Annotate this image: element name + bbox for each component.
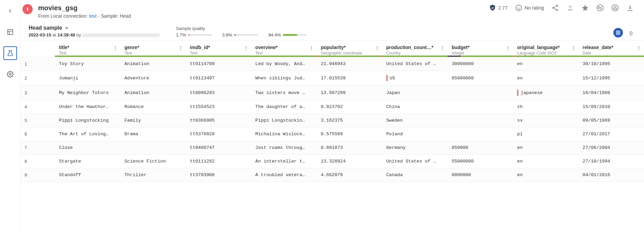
column-menu-icon[interactable]: ⋮	[113, 45, 118, 51]
cell[interactable]: Pippi Longstockin…	[251, 114, 317, 127]
cell[interactable]	[448, 86, 513, 100]
cell[interactable]: My Neighbor Totoro	[55, 86, 120, 100]
flask-icon[interactable]	[611, 4, 619, 12]
cell[interactable]: zh	[513, 100, 578, 114]
cell[interactable]: 13.328924	[317, 155, 382, 168]
cell[interactable]: Family	[120, 114, 186, 127]
cell[interactable]: 850000	[448, 141, 513, 155]
cell[interactable]: Close	[55, 141, 120, 155]
cell[interactable]: 09/05/1969	[579, 114, 644, 127]
user-icon[interactable]	[566, 4, 574, 12]
cell[interactable]: 3.162375	[317, 114, 382, 127]
column-header[interactable]: imdb_id* Text ⋮	[186, 41, 251, 57]
table-row[interactable]: 5Pippi LongstockingFamilytt0366905Pippi …	[20, 114, 644, 127]
column-header[interactable]: original_language* Language Code ISO2 ⋮	[513, 41, 578, 57]
column-header[interactable]: overview* Text ⋮	[251, 41, 317, 57]
cell[interactable]: Two sisters move …	[251, 86, 317, 100]
column-menu-icon[interactable]: ⋮	[637, 45, 641, 51]
column-menu-icon[interactable]: ⋮	[309, 45, 314, 51]
cell[interactable]: 21.946943	[317, 57, 382, 71]
cell[interactable]: tt0096283	[186, 86, 251, 100]
connection-link[interactable]: test	[89, 13, 97, 19]
cell[interactable]	[448, 114, 513, 127]
column-header[interactable]: title* Text ⋮	[55, 41, 120, 57]
cell[interactable]: 27/10/1994	[579, 155, 644, 168]
cell[interactable]: An interstellar t…	[251, 155, 317, 168]
column-header[interactable]: production_count…* Country ⋮	[382, 41, 448, 57]
cell[interactable]: 13.507299	[317, 86, 382, 100]
column-menu-icon[interactable]: ⋮	[375, 45, 380, 51]
cell[interactable]: Germany	[382, 141, 448, 155]
cell[interactable]	[120, 141, 186, 155]
shield-metric[interactable]: 2.77	[489, 4, 508, 12]
download-icon[interactable]	[626, 4, 634, 12]
cell[interactable]: China	[382, 100, 448, 114]
cell[interactable]: Sweden	[382, 114, 448, 127]
grid-view-toggle[interactable]	[613, 28, 623, 37]
cell[interactable]: 0.575569	[317, 127, 382, 141]
cell[interactable]: Thriller	[120, 168, 186, 182]
cell[interactable]: Led by Woody, And…	[251, 57, 317, 71]
cell[interactable]: tt1554523	[186, 100, 251, 114]
cell[interactable]: 17.015539	[317, 71, 382, 86]
cell[interactable]: en	[513, 57, 578, 71]
cell[interactable]: 15/12/1995	[579, 71, 644, 86]
cell[interactable]: 55000000	[448, 155, 513, 168]
cell[interactable]: tt0113497	[186, 71, 251, 86]
cell[interactable]: 16/04/1988	[579, 86, 644, 100]
cell[interactable]: The daughter of a…	[251, 100, 317, 114]
cell[interactable]: pl	[513, 127, 578, 141]
sample-dropdown[interactable]: Head sample	[29, 25, 160, 31]
back-button[interactable]	[3, 4, 17, 18]
cell[interactable]: Science Fiction	[120, 155, 186, 168]
cell[interactable]: United States of …	[382, 57, 448, 71]
cell[interactable]: 04/01/2016	[579, 168, 644, 182]
cell[interactable]: 30/10/1995	[579, 57, 644, 71]
cell[interactable]: Romance	[120, 100, 186, 114]
table-row[interactable]: 8StargateScience Fictiontt0111282An inte…	[20, 155, 644, 168]
cell[interactable]: 15/09/2010	[579, 100, 644, 114]
cell[interactable]: 30000000	[448, 57, 513, 71]
cell[interactable]: 27/01/2017	[579, 127, 644, 141]
cell[interactable]: japanese	[513, 86, 578, 100]
cell[interactable]: US	[382, 71, 448, 86]
table-row[interactable]: 1Toy StoryAnimationtt0114709Led by Woody…	[20, 57, 644, 71]
cell[interactable]: tt0366905	[186, 114, 251, 127]
cell[interactable]	[448, 127, 513, 141]
table-row[interactable]: 6The Art of Loving…Dramatt5370828Michali…	[20, 127, 644, 141]
cell[interactable]: When siblings Jud…	[251, 71, 317, 86]
cell[interactable]: en	[513, 168, 578, 182]
table-row[interactable]: 9StandoffThrillertt3703908A troubled vet…	[20, 168, 644, 182]
cell[interactable]: A troubled vetera…	[251, 168, 317, 182]
share-icon[interactable]	[551, 4, 559, 12]
cell[interactable]: Animation	[120, 57, 186, 71]
column-menu-icon[interactable]: ⋮	[505, 45, 510, 51]
cell[interactable]: 65000000	[448, 71, 513, 86]
table-row[interactable]: 2JumanjiAdventurett0113497When siblings …	[20, 71, 644, 86]
table-row[interactable]: 7Closett0460747Jost roams throug…0.88187…	[20, 141, 644, 155]
table-row[interactable]: 3My Neighbor TotoroAnimationtt0096283Two…	[20, 86, 644, 100]
cell[interactable]: en	[513, 155, 578, 168]
cell[interactable]: tt0460747	[186, 141, 251, 155]
cell[interactable]: Michalina Wislock…	[251, 127, 317, 141]
column-header[interactable]: popularity* Geographic coordinate ⋮	[317, 41, 382, 57]
waves-icon[interactable]	[596, 4, 604, 12]
column-menu-icon[interactable]: ⋮	[440, 45, 445, 51]
table-row[interactable]: 4Under the Hawthor…Romancett1554523The d…	[20, 100, 644, 114]
cell[interactable]: tt3703908	[186, 168, 251, 182]
column-menu-icon[interactable]: ⋮	[178, 45, 183, 51]
lab-icon[interactable]	[3, 46, 17, 60]
column-header[interactable]: budget* Integer ⋮	[448, 41, 513, 57]
cell[interactable]: 0.923702	[317, 100, 382, 114]
cell[interactable]: 0.881873	[317, 141, 382, 155]
cell[interactable]: Standoff	[55, 168, 120, 182]
cell[interactable]: Jost roams throug…	[251, 141, 317, 155]
cell[interactable]: Jumanji	[55, 71, 120, 86]
cell[interactable]: sv	[513, 114, 578, 127]
cell[interactable]: tt0114709	[186, 57, 251, 71]
cell[interactable]: United States of …	[382, 155, 448, 168]
cell[interactable]: Japan	[382, 86, 448, 100]
cell[interactable]: Under the Hawthor…	[55, 100, 120, 114]
cell[interactable]: 27/06/2004	[579, 141, 644, 155]
cell[interactable]: Stargate	[55, 155, 120, 168]
